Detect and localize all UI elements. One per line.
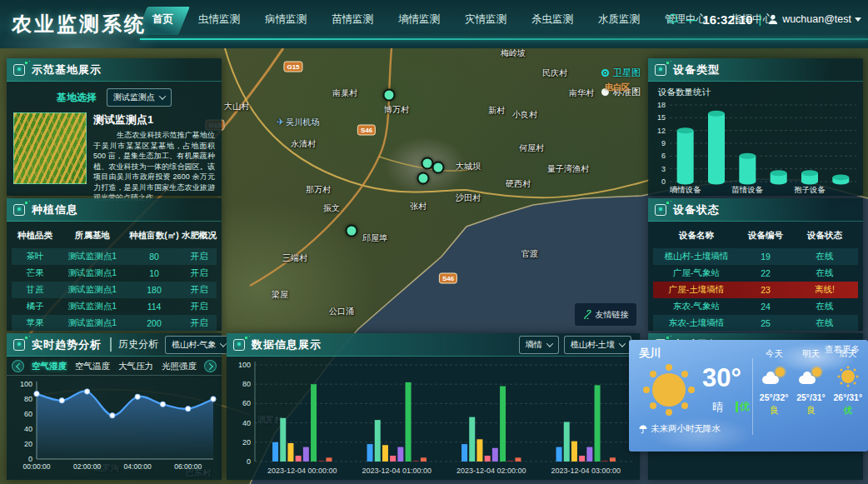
map-marker[interactable] (417, 172, 430, 185)
forecast-day: 明天 (792, 348, 829, 360)
history-analysis-tab[interactable]: 历史分析 (110, 337, 158, 352)
table-row[interactable]: 东农-气象站24在线 (653, 298, 858, 315)
nav-item-苗情监测[interactable]: 苗情监测 (319, 0, 386, 38)
table-cell: 测试监测点1 (58, 267, 127, 279)
table-row[interactable]: 甘蔗测试监测点1180开启 (12, 282, 217, 298)
trend-station-select[interactable]: 榄山村-气象 (165, 336, 232, 354)
data-type-select[interactable]: 墒情 (519, 336, 559, 354)
site-photo (13, 112, 87, 184)
site-name: 测试监测点1 (93, 112, 215, 127)
cloud-sun-icon (756, 365, 792, 388)
table-row[interactable]: 榄山村-土壤墒情19在线 (653, 248, 858, 265)
map-place-label: 那万村 (306, 184, 331, 196)
weather-city: 吴川 (639, 346, 661, 361)
table-row-offline[interactable]: 广屋-土壤墒情23离线! (653, 282, 858, 298)
nav-item-水质监测[interactable]: 水质监测 (586, 0, 652, 38)
trend-tab-大气压力[interactable]: 大气压力 (114, 361, 157, 372)
nav-item-墒情监测[interactable]: 墒情监测 (386, 0, 452, 38)
svg-text:墒情设备: 墒情设备 (669, 185, 702, 194)
table-cell: 榄山村-土壤墒情 (653, 251, 740, 262)
forecast-columns: 今天25°/32°良明天25°/31°良后天26°/31°优 (756, 348, 866, 417)
current-temperature: 30° (702, 363, 741, 393)
panel-icon (655, 204, 666, 216)
map-place-label: 振文 (323, 202, 340, 214)
nav-item-首页[interactable]: 首页 (140, 0, 186, 38)
device-status-table: 设备名称设备编号设备状态榄山村-土壤墒情19在线广屋-气象站22在线广屋-土壤墒… (648, 222, 863, 333)
map-place-label: 大城坝 (456, 161, 481, 172)
svg-text:2023-12-04 00:00:00: 2023-12-04 00:00:00 (267, 467, 337, 475)
map-marker[interactable] (432, 162, 445, 174)
map-place-label: 沙田村 (456, 192, 481, 204)
bell-icon[interactable] (666, 12, 680, 26)
air-quality-badge: 优 (736, 400, 750, 414)
trend-tab-光照强度[interactable]: 光照强度 (157, 361, 201, 372)
map-marker[interactable] (346, 225, 358, 237)
map-marker[interactable] (383, 89, 396, 102)
trend-line-chart[interactable]: 02040608010000:00:0002:00:0004:00:0006:0… (7, 376, 222, 476)
table-row[interactable]: 橘子测试监测点1114开启 (12, 298, 217, 315)
svg-text:0: 0 (661, 177, 666, 186)
table-cell: 橘子 (12, 301, 58, 312)
forecast-range: 25°/31° (792, 392, 829, 402)
trend-tab-空气湿度[interactable]: 空气湿度 (27, 361, 71, 372)
dashboard: 卫星图 标准图 电白区 ✈吴川机场 友情链接 梅岭坡民庆村南华村大山村南巢村博万… (0, 0, 868, 484)
site-description: 生态农业科技示范推广基地位于吴川市某某区某基地，占地面积 500 亩，是集生态加… (93, 130, 215, 203)
svg-text:3: 3 (661, 165, 666, 173)
device-count-bar-chart[interactable]: 0369121518墒情设备苗情设备孢子设备 (648, 98, 863, 197)
column-header: 种植品类 (12, 230, 58, 242)
map-place-label: 官渡 (521, 248, 538, 260)
svg-text:00:00:00: 00:00:00 (22, 462, 50, 471)
nav-right-cluster: — 16:32:10 | wuchuan@test (666, 0, 861, 38)
trend-tabs: 空气湿度空气温度大气压力光照强度 (7, 357, 222, 376)
planting-table: 种植品类所属基地种植亩数(㎡)水肥概况茶叶测试监测点180开启芒果测试监测点11… (7, 222, 222, 333)
nav-item-灾情监测[interactable]: 灾情监测 (452, 0, 519, 38)
map-place-label: 邱屋埠 (362, 232, 387, 244)
trend-tab-空气温度[interactable]: 空气温度 (71, 361, 114, 372)
tabs-next-button[interactable] (204, 360, 217, 372)
layer-satellite-option[interactable]: 卫星图 (601, 67, 641, 79)
table-row[interactable]: 茶叶测试监测点180开启 (12, 248, 217, 265)
table-cell: 22 (740, 268, 791, 278)
tabs-prev-button[interactable] (12, 360, 24, 372)
table-row[interactable]: 东农-土壤墒情25在线 (653, 315, 858, 332)
panel-icon (233, 339, 245, 351)
table-cell: 24 (740, 302, 791, 312)
friend-links-button[interactable]: 友情链接 (575, 303, 636, 326)
table-cell: 开启 (182, 301, 217, 312)
table-cell: 在线 (791, 317, 858, 329)
column-header: 所属基地 (58, 230, 127, 242)
svg-text:80: 80 (24, 395, 32, 403)
column-header: 设备状态 (791, 230, 858, 242)
nav-item-杀虫监测[interactable]: 杀虫监测 (519, 0, 586, 38)
panel-title: 设备类型 (673, 62, 720, 77)
nav-item-病情监测[interactable]: 病情监测 (252, 0, 319, 38)
map-place-label: 量子湾渔村 (547, 163, 589, 175)
table-row[interactable]: 苹果测试监测点1200开启 (12, 315, 217, 332)
svg-text:04:00:00: 04:00:00 (124, 462, 152, 471)
svg-text:0: 0 (247, 457, 251, 466)
user-menu[interactable]: wuchuan@test (767, 13, 861, 25)
road-badge: S46 (439, 273, 457, 284)
device-count-subtitle: 设备数量统计 (648, 82, 863, 98)
table-header-row: 设备名称设备编号设备状态 (653, 223, 858, 248)
svg-text:18: 18 (657, 101, 666, 109)
district-label: 电白区 (605, 82, 630, 93)
data-station-select[interactable]: 榄山村-土壤 (564, 336, 631, 354)
svg-text:2023-12-04 01:00:00: 2023-12-04 01:00:00 (362, 467, 432, 475)
umbrella-icon (639, 425, 647, 434)
svg-text:60: 60 (242, 399, 251, 407)
radio-selected-icon (601, 69, 609, 77)
nav-item-虫情监测[interactable]: 虫情监测 (186, 0, 252, 38)
data-grouped-bar-chart[interactable]: 0204060801002023-12-04 00:00:002023-12-0… (227, 357, 640, 480)
svg-text:02:00:00: 02:00:00 (73, 462, 101, 471)
column-header: 种植亩数(㎡) (127, 230, 182, 242)
base-select[interactable]: 测试监测点 (107, 88, 172, 107)
table-row[interactable]: 芒果测试监测点110开启 (12, 265, 217, 282)
sun-icon (830, 365, 866, 388)
table-cell: 离线! (791, 284, 858, 296)
table-row[interactable]: 广屋-气象站22在线 (653, 265, 858, 282)
chevron-down-icon (546, 340, 552, 347)
panel-title: 种植信息 (32, 202, 78, 217)
widget-divider (752, 358, 753, 435)
panel-planting-info: 种植信息 种植品类所属基地种植亩数(㎡)水肥概况茶叶测试监测点180开启芒果测试… (7, 198, 222, 331)
